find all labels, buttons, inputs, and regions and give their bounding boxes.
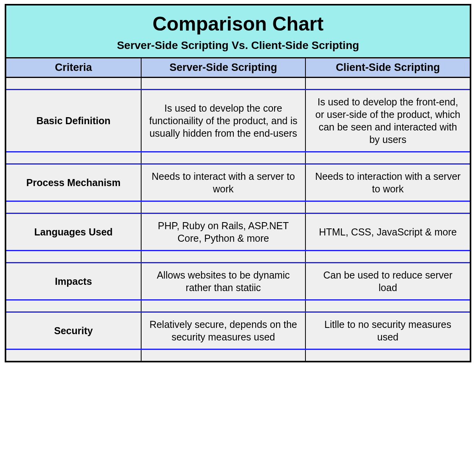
spacer-row — [6, 349, 470, 361]
title-block: Comparison Chart Server-Side Scripting V… — [6, 5, 470, 58]
client-cell: Needs to interaction with a server to wo… — [305, 164, 470, 201]
table-row: Languages UsedPHP, Ruby on Rails, ASP.NE… — [6, 214, 470, 251]
table-row: SecurityRelatively secure, depends on th… — [6, 312, 470, 349]
table-row: ImpactsAllows websites to be dynamic rat… — [6, 263, 470, 300]
criteria-cell: Languages Used — [6, 214, 141, 251]
spacer-row — [6, 201, 470, 214]
table-row: Basic DefinitionIs used to develop the c… — [6, 90, 470, 152]
comparison-table: Criteria Server-Side Scripting Client-Si… — [6, 58, 470, 361]
server-cell: PHP, Ruby on Rails, ASP.NET Core, Python… — [141, 214, 306, 251]
server-cell: Relatively secure, depends on the securi… — [141, 312, 306, 349]
client-cell: HTML, CSS, JavaScript & more — [305, 214, 470, 251]
criteria-cell: Basic Definition — [6, 90, 141, 152]
spacer-row — [6, 78, 470, 90]
chart-subtitle: Server-Side Scripting Vs. Client-Side Sc… — [10, 39, 466, 52]
spacer-row — [6, 300, 470, 312]
client-cell: Can be used to reduce server load — [305, 263, 470, 300]
spacer-row — [6, 251, 470, 263]
server-cell: Needs to interact with a server to work — [141, 164, 306, 201]
table-row: Process MechanismNeeds to interact with … — [6, 164, 470, 201]
header-server: Server-Side Scripting — [141, 58, 306, 78]
criteria-cell: Security — [6, 312, 141, 349]
header-criteria: Criteria — [6, 58, 141, 78]
header-row: Criteria Server-Side Scripting Client-Si… — [6, 58, 470, 78]
chart-title: Comparison Chart — [10, 13, 466, 35]
header-client: Client-Side Scripting — [305, 58, 470, 78]
server-cell: Is used to develop the core functionaili… — [141, 90, 306, 152]
client-cell: Is used to develop the front-end, or use… — [305, 90, 470, 152]
criteria-cell: Impacts — [6, 263, 141, 300]
criteria-cell: Process Mechanism — [6, 164, 141, 201]
comparison-chart: Comparison Chart Server-Side Scripting V… — [5, 4, 471, 362]
client-cell: Litlle to no security measures used — [305, 312, 470, 349]
spacer-row — [6, 152, 470, 164]
server-cell: Allows websites to be dynamic rather tha… — [141, 263, 306, 300]
